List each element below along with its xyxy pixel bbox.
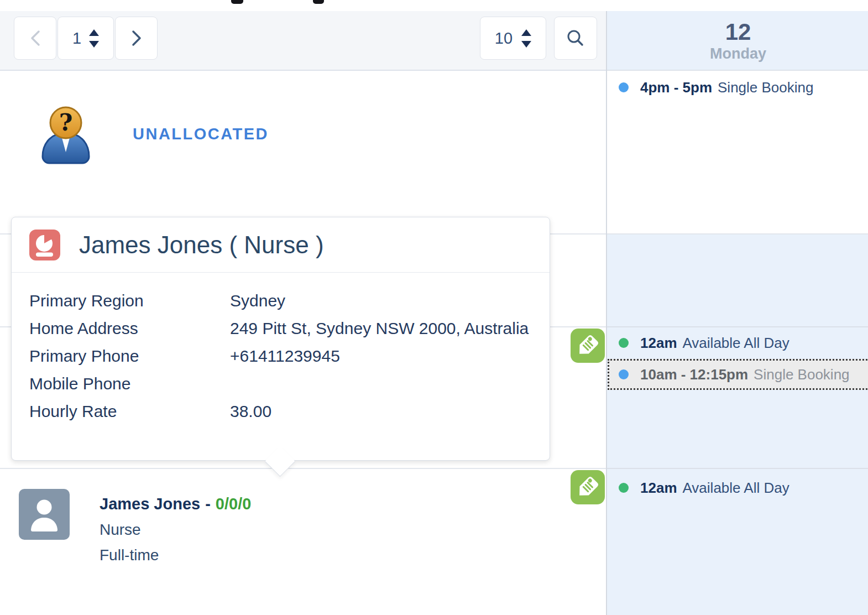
availability-dot-icon [619, 338, 629, 348]
resource-name[interactable]: James Jones [100, 495, 200, 513]
field-label: Primary Region [29, 287, 230, 315]
tag-icon [571, 470, 605, 504]
page-size-value: 10 [495, 29, 513, 48]
stepper-arrows[interactable] [521, 29, 531, 48]
event-time: 12am [640, 335, 677, 352]
event-time: 10am - 12:15pm [640, 366, 748, 383]
event-time: 12am [640, 480, 677, 497]
chevron-right-icon [129, 29, 144, 48]
stepper-down-icon[interactable] [89, 41, 99, 48]
resource-counts: 0/0/0 [216, 495, 252, 513]
stepper-up-icon[interactable] [89, 29, 99, 36]
svg-text:?: ? [59, 109, 73, 136]
popover-body: Primary Region Sydney Home Address 249 P… [12, 273, 550, 425]
calendar-cell[interactable] [607, 234, 868, 327]
field-primary-region: Primary Region Sydney [29, 287, 533, 315]
field-value: 249 Pitt St, Sydney NSW 2000, Australia [230, 315, 529, 342]
resource-name-line: James Jones-0/0/0 [100, 491, 251, 517]
previous-page-button[interactable] [14, 17, 56, 60]
chevron-left-icon [28, 29, 43, 48]
field-value: +61411239945 [230, 342, 340, 370]
calendar-day-column: 12 Monday 4pm - 5pm Single Booking 12am … [606, 0, 868, 615]
next-page-button[interactable] [115, 17, 158, 60]
event-time: 4pm - 5pm [640, 79, 712, 96]
event-title: Available All Day [683, 335, 789, 352]
stepper-up-icon[interactable] [521, 29, 531, 36]
field-label: Home Address [29, 315, 230, 342]
booking-dot-icon [619, 369, 629, 379]
resource-details-popover: James Jones ( Nurse ) Primary Region Syd… [11, 217, 550, 461]
service-resource-icon [29, 230, 60, 260]
cropped-text-artifact [313, 0, 324, 4]
search-icon [565, 28, 586, 49]
field-label: Primary Phone [29, 342, 230, 370]
resource-avatar-icon [19, 489, 70, 540]
resource-list-toolbar: 1 10 [0, 11, 606, 71]
availability-dot-icon [619, 483, 629, 493]
page-number-value: 1 [72, 29, 81, 48]
search-button[interactable] [554, 17, 597, 60]
resource-row-james-jones[interactable] [0, 469, 606, 615]
event-available-all-day[interactable]: 12am Available All Day [619, 478, 789, 498]
field-hourly-rate: Hourly Rate 38.00 [29, 398, 533, 425]
field-home-address: Home Address 249 Pitt St, Sydney NSW 200… [29, 315, 533, 342]
field-mobile-phone: Mobile Phone [29, 370, 533, 398]
tag-icon [571, 329, 605, 363]
event-title: Single Booking [718, 79, 813, 96]
top-edge-strip [0, 0, 868, 11]
scheduler-screen: 1 10 [0, 0, 868, 615]
event-title: Available All Day [683, 480, 789, 497]
resource-employment: Full-time [100, 543, 251, 568]
resource-info: James Jones-0/0/0 Nurse Full-time [100, 491, 251, 568]
field-value: 38.00 [230, 398, 271, 425]
resource-separator: - [205, 495, 211, 513]
event-available-all-day[interactable]: 12am Available All Day [619, 333, 789, 353]
event-single-booking[interactable]: 4pm - 5pm Single Booking [619, 77, 814, 97]
field-primary-phone: Primary Phone +61411239945 [29, 342, 533, 370]
day-name: Monday [710, 45, 766, 62]
resource-role: Nurse [100, 517, 251, 543]
stepper-down-icon[interactable] [521, 41, 531, 48]
day-number: 12 [725, 19, 751, 45]
cropped-text-artifact [231, 0, 243, 4]
unallocated-label[interactable]: UNALLOCATED [133, 125, 269, 143]
calendar-day-header[interactable]: 12 Monday [607, 11, 868, 71]
booking-dot-icon [619, 82, 629, 92]
page-number-stepper[interactable]: 1 [57, 17, 114, 60]
popover-header: James Jones ( Nurse ) [12, 217, 550, 273]
event-title: Single Booking [754, 366, 849, 383]
stepper-arrows[interactable] [89, 29, 99, 48]
popover-title: James Jones ( Nurse ) [79, 231, 324, 259]
unallocated-avatar-icon: ? [35, 106, 96, 167]
field-value: Sydney [230, 287, 285, 315]
field-label: Hourly Rate [29, 398, 230, 425]
field-label: Mobile Phone [29, 370, 230, 398]
event-single-booking-selected[interactable]: 10am - 12:15pm Single Booking [608, 359, 868, 390]
page-size-stepper[interactable]: 10 [480, 17, 546, 60]
